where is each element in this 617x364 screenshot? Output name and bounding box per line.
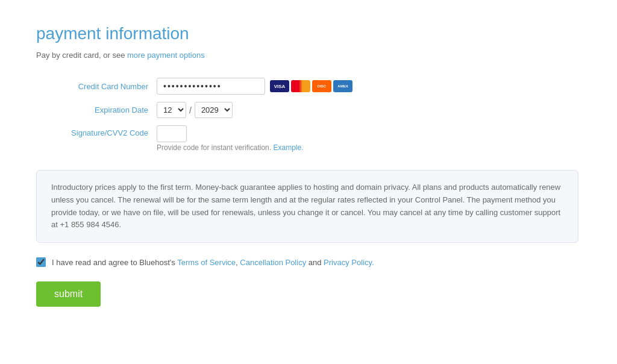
- submit-button[interactable]: submit: [36, 281, 101, 307]
- tos-link[interactable]: Terms of Service: [177, 258, 236, 267]
- agreement-checkbox[interactable]: [36, 257, 46, 267]
- agreement-text: I have read and agree to Bluehost's Term…: [52, 258, 374, 267]
- expiration-row: Expiration Date 01 02 03 04 05 06 07 08 …: [36, 102, 581, 118]
- exp-month-select[interactable]: 01 02 03 04 05 06 07 08 09 10 11 12: [157, 102, 186, 118]
- date-separator: /: [189, 105, 192, 115]
- agreement-row: I have read and agree to Bluehost's Term…: [36, 257, 581, 267]
- mastercard-icon: [291, 80, 310, 92]
- card-icons: VISA DISC AMEX: [270, 80, 352, 92]
- cvv-help-text: Provide code for instant verification. E…: [157, 143, 303, 152]
- discover-icon: DISC: [312, 80, 331, 92]
- credit-card-field: VISA DISC AMEX: [157, 78, 352, 95]
- payment-form: Credit Card Number VISA DISC AMEX Expira…: [36, 78, 581, 152]
- cvv-example-link[interactable]: Example.: [273, 143, 303, 152]
- cancellation-link[interactable]: Cancellation Policy: [240, 258, 306, 267]
- credit-card-input[interactable]: [157, 78, 265, 95]
- more-payment-options-link[interactable]: more payment options: [127, 51, 205, 60]
- privacy-link[interactable]: Privacy Policy.: [324, 258, 374, 267]
- cvv-label: Signature/CVV2 Code: [36, 125, 157, 137]
- cvv-input[interactable]: [157, 125, 187, 142]
- subtitle-text: Pay by credit card, or see: [36, 51, 125, 60]
- amex-icon: AMEX: [333, 80, 352, 92]
- visa-icon: VISA: [270, 80, 289, 92]
- cvv-field-group: Provide code for instant verification. E…: [157, 125, 303, 152]
- expiration-label: Expiration Date: [36, 105, 157, 115]
- credit-card-row: Credit Card Number VISA DISC AMEX: [36, 78, 581, 95]
- notice-box: Introductory prices apply to the first t…: [36, 170, 578, 243]
- exp-year-select[interactable]: 2024 2025 2026 2027 2028 2029 2030 2031 …: [195, 102, 233, 118]
- notice-text: Introductory prices apply to the first t…: [51, 183, 560, 229]
- credit-card-label: Credit Card Number: [36, 82, 157, 91]
- expiry-field: 01 02 03 04 05 06 07 08 09 10 11 12 / 20…: [157, 102, 233, 118]
- page-title: payment information: [36, 24, 581, 43]
- cvv-row: Signature/CVV2 Code Provide code for ins…: [36, 125, 581, 152]
- subtitle: Pay by credit card, or see more payment …: [36, 51, 581, 60]
